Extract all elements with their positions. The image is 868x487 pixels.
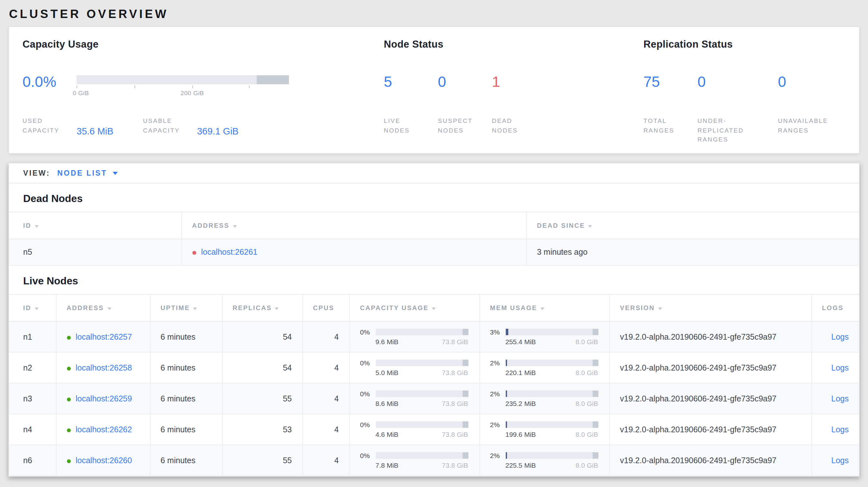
column-header-address[interactable]: ADDRESS [56,294,150,321]
capacity-percent: 0% [360,421,375,428]
logs-link[interactable]: Logs [831,363,849,372]
cpus-cell: 4 [302,383,349,414]
capacity-mini-bar [375,360,468,366]
under-replicated-ranges-count: 0 [698,73,778,90]
node-id-cell: n2 [9,352,56,383]
column-header-label: ID [23,222,31,229]
capacity-mini-bar-end-segment [462,329,468,335]
node-address-cell: localhost:26260 [56,445,150,476]
logs-link[interactable]: Logs [831,425,849,434]
live-nodes-heading: Live Nodes [9,266,859,294]
axis-tick-label: 0 GiB [73,90,89,97]
dead-nodes-label: DEAD NODES [492,117,533,135]
column-header-label: UPTIME [160,304,190,312]
column-header-replicas[interactable]: REPLICAS [222,294,302,321]
column-header-cpus[interactable]: CPUS [302,294,349,321]
mem-percent: 2% [490,359,505,367]
mem-percent: 3% [490,328,505,336]
mem-mini-bar-end-segment [592,390,598,397]
capacity-total-value: 73.8 GiB [442,430,468,438]
column-header-label: ADDRESS [192,222,229,229]
live-node-status-dot [67,428,70,432]
replication-status-heading: Replication Status [644,39,845,50]
capacity-used-value: 5.0 MiB [375,369,398,376]
mem-mini-bar-fill [505,390,507,397]
column-header-mem-usage[interactable]: MEM USAGE [479,294,609,321]
node-id-cell: n6 [9,445,56,476]
cpus-cell: 4 [302,352,349,383]
mem-mini-bar-end-segment [592,329,598,335]
node-id-cell: n4 [9,414,56,445]
column-header-uptime[interactable]: UPTIME [150,294,222,321]
usable-capacity-value: 369.1 GiB [197,126,238,137]
view-label: VIEW: [23,169,50,177]
column-header-dead-since[interactable]: DEAD SINCE [526,212,859,239]
column-header-label: MEM USAGE [490,304,537,312]
uptime-cell: 6 minutes [150,321,222,352]
logs-link[interactable]: Logs [831,456,849,465]
capacity-total-value: 73.8 GiB [442,461,468,469]
node-address-cell: localhost:26261 [181,239,526,265]
node-status-section: Node Status 5 LIVE NODES 0 SUSPECT NODES… [384,39,644,141]
node-id-cell: n1 [9,321,56,352]
logs-link[interactable]: Logs [831,394,849,403]
node-address-link[interactable]: localhost:26257 [75,332,132,341]
version-cell: v19.2.0-alpha.20190606-2491-gfe735c9a97 [609,445,811,476]
capacity-usage-cell: 0% 4.6 MiB 73.8 GiB [349,414,479,445]
capacity-usage-cell: 0% 9.6 MiB 73.8 GiB [349,321,479,352]
unavailable-ranges-count: 0 [778,73,845,90]
capacity-bar-end-segment [257,75,289,84]
column-header-id[interactable]: ID [9,212,181,239]
capacity-mini-bar [375,452,468,459]
capacity-total-value: 73.8 GiB [442,338,468,346]
column-header-version[interactable]: VERSION [609,294,811,321]
used-capacity-stat: USED CAPACITY 35.6 MiB [23,117,113,135]
node-address-link[interactable]: localhost:26258 [75,363,132,372]
logs-link[interactable]: Logs [831,332,849,341]
mem-percent: 2% [490,452,505,459]
mem-percent: 2% [490,390,505,397]
mem-used-value: 255.4 MiB [505,338,536,346]
column-header-capacity-usage[interactable]: CAPACITY USAGE [349,294,479,321]
mem-used-value: 235.2 MiB [505,399,536,407]
total-ranges-count: 75 [644,73,698,90]
node-address-link[interactable]: localhost:26261 [201,248,257,257]
sort-desc-icon [658,307,662,310]
mem-total-value: 8.0 GiB [576,369,598,376]
mem-mini-bar [505,421,598,428]
dead-node-row: n5 localhost:26261 3 minutes ago [9,239,859,265]
usable-capacity-label: USABLE CAPACITY [143,117,193,135]
node-address-cell: localhost:26259 [56,383,150,414]
unavailable-ranges-stat: 0 UNAVAILABLE RANGES [778,73,845,145]
column-header-label: CAPACITY USAGE [360,304,429,312]
mem-mini-bar [505,390,598,397]
column-header-label: ID [23,304,31,312]
node-id-cell: n5 [9,239,181,265]
capacity-mini-bar-end-segment [462,452,468,459]
live-nodes-header-row: ID ADDRESS UPTIME REPLICAS CPUS [9,294,859,321]
mem-usage-cell: 2% 199.6 MiB 8.0 GiB [479,414,609,445]
capacity-mini-bar-end-segment [462,360,468,366]
live-node-row: n4 localhost:26262 6 minutes 53 4 0% [9,414,859,445]
node-address-link[interactable]: localhost:26262 [75,425,132,434]
column-header-label: REPLICAS [232,304,272,312]
axis-tick [249,86,250,88]
live-node-status-dot [67,366,70,370]
replication-status-section: Replication Status 75 TOTAL RANGES 0 UND… [644,39,845,141]
node-address-link[interactable]: localhost:26260 [75,456,132,465]
sort-desc-icon [588,225,592,228]
live-nodes-stat: 5 LIVE NODES [384,73,438,135]
column-header-address[interactable]: ADDRESS [181,212,526,239]
node-address-link[interactable]: localhost:26259 [75,394,132,403]
suspect-nodes-stat: 0 SUSPECT NODES [438,73,492,135]
logs-cell: Logs [811,383,859,414]
column-header-id[interactable]: ID [9,294,56,321]
total-ranges-stat: 75 TOTAL RANGES [644,73,698,145]
column-header-label: VERSION [620,304,655,312]
column-header-label: ADDRESS [67,304,104,312]
sort-desc-icon [540,307,544,310]
view-selector-dropdown[interactable]: NODE LIST [57,169,117,177]
capacity-usage-section: Capacity Usage 0.0% 0 GiB [23,39,384,141]
sort-desc-icon [232,225,237,228]
mem-usage-cell: 2% 220.1 MiB 8.0 GiB [479,352,609,383]
